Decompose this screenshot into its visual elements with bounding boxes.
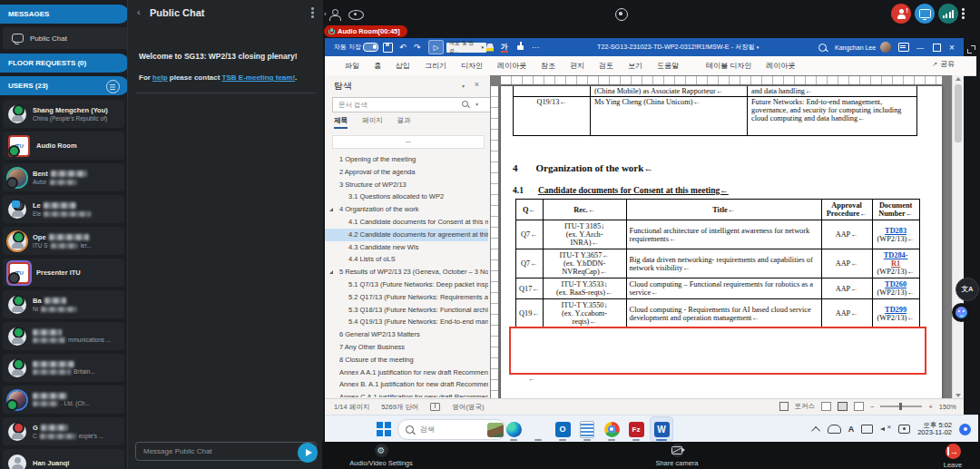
document-link[interactable]: TD284-: [884, 251, 908, 259]
maximize-button[interactable]: [933, 38, 941, 56]
word-count[interactable]: 5269개 단어: [381, 403, 418, 412]
nav-heading-item[interactable]: 4.2 Candidate documents for agreement at…: [325, 229, 488, 241]
nav-search-caret-icon[interactable]: ▾: [475, 102, 478, 107]
ribbon-tab[interactable]: 편지: [563, 56, 592, 75]
floor-requests-header[interactable]: FLOOR REQUESTS (0): [0, 54, 129, 73]
ribbon-tab[interactable]: 레이아웃: [490, 56, 534, 75]
start-button[interactable]: [377, 422, 390, 435]
nav-heading-item[interactable]: 4.3 Candidate new WIs: [325, 241, 488, 254]
ribbon-tab[interactable]: 참조: [534, 56, 563, 75]
document-link[interactable]: TD299: [885, 306, 906, 314]
vertical-ruler[interactable]: [491, 86, 498, 399]
nav-heading-item[interactable]: 6 General WP2/13 Matters: [325, 328, 488, 341]
focus-label[interactable]: 포커스: [795, 402, 816, 411]
close-button[interactable]: ×: [949, 38, 955, 56]
scroll-down-icon[interactable]: [956, 394, 961, 397]
outlook-icon[interactable]: O: [552, 417, 573, 441]
nav-heading-item[interactable]: 4.1 Candidate documents for Consent at t…: [325, 216, 488, 229]
read-aloud-button[interactable]: ▷: [428, 41, 444, 54]
scrollbar-thumb[interactable]: [955, 84, 962, 142]
nav-heading-item[interactable]: 5.4 Q19/13 (Future Networks: End-to-end …: [325, 316, 488, 328]
document-link[interactable]: TD260: [885, 280, 906, 288]
notebook-icon[interactable]: [576, 417, 598, 441]
undo-icon[interactable]: ↶: [399, 38, 407, 56]
highlighter-icon[interactable]: [486, 38, 494, 56]
print-layout-icon[interactable]: [838, 402, 848, 411]
scroll-up-icon[interactable]: [956, 77, 961, 81]
document-search-input[interactable]: [332, 97, 512, 112]
ribbon-tab[interactable]: 삽입: [388, 56, 417, 75]
nav-heading-item[interactable]: 3 Structure of WP2/13: [325, 179, 488, 191]
chrome-icon[interactable]: [601, 417, 622, 441]
ribbon-tab[interactable]: 검토: [592, 56, 621, 75]
ime-indicator[interactable]: A: [848, 425, 855, 434]
user-list-item[interactable]: BentAutor: [3, 163, 124, 191]
format-painter-icon[interactable]: [517, 38, 524, 56]
share-camera-button[interactable]: Share camera: [627, 444, 727, 467]
nav-heading-item[interactable]: 5 Results of WP2/13 23 (Geneva, October …: [325, 266, 488, 278]
nav-heading-item[interactable]: 7 Any Other Business: [325, 341, 488, 354]
minimize-button[interactable]: —: [916, 38, 924, 56]
nav-heading-item[interactable]: Annex B. A.1 justification for new draft…: [325, 378, 488, 391]
user-list-item[interactable]: Britain...: [3, 354, 124, 382]
collapse-triangle-icon[interactable]: [329, 208, 333, 211]
zoom-out-icon[interactable]: −: [870, 403, 874, 411]
ribbon-context-tab[interactable]: 테이블 디자인: [699, 56, 759, 75]
comments-dropdown[interactable]: 메모 및 변경..▾: [446, 43, 486, 53]
filezilla-icon[interactable]: Fz: [625, 417, 647, 441]
user-list-item[interactable]: ITU Audio Room: [3, 132, 124, 160]
font-color-icon[interactable]: 가: [501, 38, 508, 56]
ai-assistant-floating-button[interactable]: [952, 303, 971, 322]
ribbon-tab[interactable]: 홈: [367, 56, 388, 75]
language-indicator[interactable]: 영어(영국): [452, 403, 484, 412]
edge-icon[interactable]: [503, 417, 524, 441]
read-mode-icon[interactable]: [821, 402, 831, 411]
nav-heading-item[interactable]: 8 Closure of the meeting: [325, 354, 488, 366]
display-icon[interactable]: [861, 425, 873, 434]
camera-tray-icon[interactable]: [898, 425, 910, 434]
ribbon-tab[interactable]: 그리기: [417, 56, 454, 75]
nav-heading-item[interactable]: 1 Opening of the meeting: [325, 153, 488, 166]
messages-header[interactable]: MESSAGES: [0, 5, 129, 24]
nav-tab-headings[interactable]: 제목: [334, 116, 348, 129]
topbar-menu-icon[interactable]: [962, 8, 965, 20]
chat-message-input[interactable]: [135, 442, 317, 461]
user-list-item[interactable]: BaNi: [3, 290, 124, 318]
connection-quality-button[interactable]: [938, 4, 958, 24]
page-indicator[interactable]: 1/14 페이지: [334, 403, 369, 412]
user-list-item[interactable]: GCeople's ...: [3, 417, 124, 445]
consent-table-row[interactable]: Q7← ITU-T Y.3657←(ex. Y.bDDN-NVReqCap)← …: [516, 249, 920, 278]
nav-heading-item[interactable]: Annex A A.1 justification for new draft …: [325, 366, 488, 379]
nav-heading-item[interactable]: 5.3 Q18/13 (Future Networks: Functional …: [325, 304, 488, 317]
user-list-item[interactable]: mmunications ...: [3, 322, 124, 350]
word-icon[interactable]: W: [650, 416, 673, 442]
document-link[interactable]: TD283: [885, 227, 906, 235]
user-list-item[interactable]: OpeITU Sler...: [3, 227, 124, 255]
fullscreen-expand-icon[interactable]: [967, 45, 975, 54]
focus-mode-icon[interactable]: [779, 402, 789, 411]
ribbon-context-tab[interactable]: 레이아웃: [759, 56, 802, 75]
web-layout-icon[interactable]: [854, 402, 864, 411]
user-list-item[interactable]: ITU Presenter ITU: [3, 259, 124, 287]
eye-icon[interactable]: [348, 10, 364, 20]
send-message-button[interactable]: [298, 443, 318, 463]
nav-heading-item[interactable]: 4.4 Lists of oLS: [325, 253, 488, 266]
autosave-toggle[interactable]: [363, 38, 378, 56]
sidebar-item-public-chat[interactable]: Public Chat: [3, 27, 132, 49]
zoom-slider[interactable]: [880, 405, 922, 407]
document-scrollbar[interactable]: [952, 75, 964, 399]
taskbar-search-input[interactable]: [418, 425, 483, 435]
zoom-slider-knob[interactable]: [899, 403, 902, 410]
consent-table-row[interactable]: Q7← ITU-T 3185↓(ex. Y.Arch-INRA)← Functi…: [516, 220, 920, 249]
user-list-item[interactable]: Shang Mengchen (You)China (People's Repu…: [3, 100, 124, 128]
taskbar-search-box[interactable]: [397, 419, 506, 440]
document-link[interactable]: R1: [891, 259, 900, 268]
nav-blank-item[interactable]: [332, 135, 485, 149]
notification-badge[interactable]: [959, 424, 971, 435]
consent-table-row[interactable]: Q17← ITU-T Y.3533↓(ex. RaaS-reqts)← Clou…: [516, 278, 920, 299]
nav-tab-pages[interactable]: 페이지: [362, 116, 383, 129]
ribbon-tab[interactable]: 도움말: [650, 56, 686, 75]
onedrive-icon[interactable]: [828, 425, 841, 434]
save-icon[interactable]: [383, 38, 393, 56]
share-button[interactable]: ↗공유: [932, 59, 955, 69]
